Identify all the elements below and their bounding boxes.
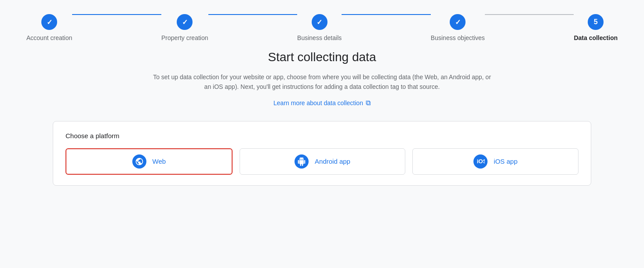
- step-circle-4: ✓: [450, 14, 466, 30]
- android-platform-button[interactable]: Android app: [240, 148, 406, 175]
- android-platform-label: Android app: [315, 158, 350, 165]
- step-label-1: Account creation: [26, 34, 72, 41]
- ios-platform-label: iOS app: [494, 158, 517, 165]
- step-business-objectives: ✓ Business objectives: [431, 14, 485, 41]
- checkmark-icon-3: ✓: [317, 18, 322, 26]
- main-content: Start collecting data To set up data col…: [0, 41, 644, 186]
- connector-4: [485, 14, 574, 15]
- ios-platform-icon: iOS: [473, 154, 488, 169]
- platform-options: Web Android app iOS iOS app: [65, 148, 579, 175]
- web-platform-label: Web: [153, 158, 166, 165]
- step-business-details: ✓ Business details: [297, 14, 342, 41]
- web-platform-button[interactable]: Web: [65, 148, 233, 175]
- step-circle-2: ✓: [177, 14, 193, 30]
- android-platform-icon: [295, 154, 309, 169]
- step-property-creation: ✓ Property creation: [161, 14, 208, 41]
- step-label-3: Business details: [297, 34, 342, 41]
- connector-3: [342, 14, 431, 15]
- web-platform-icon: [132, 154, 146, 169]
- step-label-4: Business objectives: [431, 34, 485, 41]
- page-title: Start collecting data: [268, 50, 376, 64]
- step-data-collection: 5 Data collection: [574, 14, 618, 41]
- platform-card: Choose a platform Web Android app: [53, 121, 591, 186]
- step-number-5: 5: [594, 18, 598, 26]
- ios-platform-button[interactable]: iOS iOS app: [412, 148, 579, 175]
- checkmark-icon-1: ✓: [47, 18, 52, 26]
- stepper: ✓ Account creation ✓ Property creation ✓…: [0, 0, 644, 41]
- checkmark-icon-2: ✓: [182, 18, 188, 26]
- page-description: To set up data collection for your websi…: [151, 72, 494, 92]
- checkmark-icon-4: ✓: [455, 18, 461, 26]
- step-label-2: Property creation: [161, 34, 208, 41]
- connector-1: [72, 14, 161, 15]
- step-circle-3: ✓: [312, 14, 327, 30]
- platform-section-title: Choose a platform: [65, 132, 579, 140]
- learn-more-text: Learn more about data collection: [273, 99, 363, 106]
- learn-more-link[interactable]: Learn more about data collection ⧉: [273, 99, 371, 107]
- external-link-icon: ⧉: [366, 99, 371, 107]
- step-circle-5: 5: [588, 14, 604, 30]
- step-circle-1: ✓: [41, 14, 57, 30]
- connector-2: [208, 14, 298, 15]
- step-label-5: Data collection: [574, 34, 618, 41]
- step-account-creation: ✓ Account creation: [26, 14, 72, 41]
- svg-text:iOS: iOS: [477, 158, 485, 165]
